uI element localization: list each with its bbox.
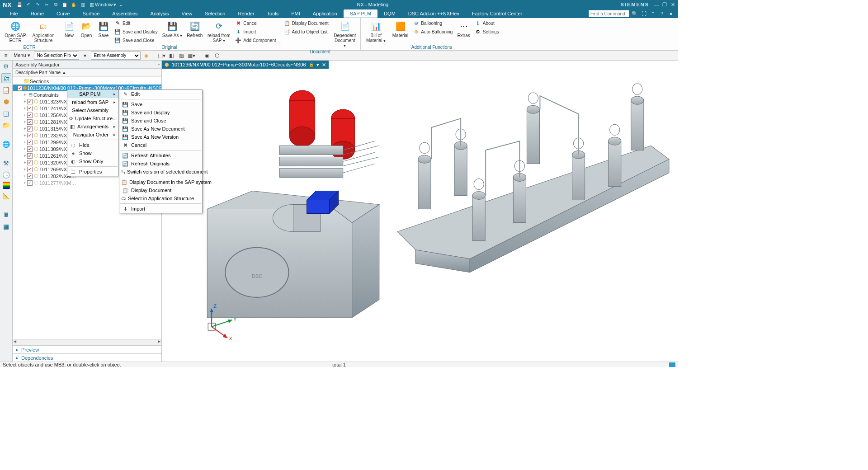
sel-tool-2-icon[interactable]: ⬚▾ bbox=[158, 52, 166, 60]
sel-tool-4-icon[interactable]: ▧ bbox=[178, 52, 186, 60]
edit-button[interactable]: ✎Edit bbox=[113, 19, 160, 27]
qat-copy-icon[interactable]: ⧉ bbox=[52, 1, 60, 8]
add-component-button[interactable]: ➕Add Component bbox=[233, 36, 278, 44]
sel-tool-3-icon[interactable]: ◧ bbox=[168, 52, 176, 60]
vt-color-icon[interactable] bbox=[3, 182, 10, 189]
menu-dqm[interactable]: DQM bbox=[377, 9, 402, 18]
menu-item[interactable]: ⇆Switch version of selected document bbox=[119, 168, 202, 176]
menu-item[interactable]: 📋Display Document bbox=[119, 186, 202, 194]
sel-tool-6-icon[interactable]: ◉ bbox=[203, 52, 211, 60]
material-button[interactable]: 🟧Material bbox=[391, 19, 410, 39]
search-icon[interactable]: 🔍 bbox=[631, 10, 638, 17]
ballooning-button[interactable]: ⊚Ballooning bbox=[411, 19, 454, 27]
menu-lines-icon[interactable]: ≡ bbox=[2, 52, 10, 60]
checkbox-icon[interactable]: ✔ bbox=[27, 160, 33, 165]
sel-tool-5-icon[interactable]: ▦▾ bbox=[188, 52, 196, 60]
display-doc-button[interactable]: 📋Display Document bbox=[282, 19, 330, 27]
save-display-button[interactable]: 💾Save and Display bbox=[113, 28, 160, 36]
vt-measure-icon[interactable]: 📐 bbox=[1, 191, 11, 201]
menu-item[interactable]: 🔄Refresh Attributes bbox=[119, 151, 202, 160]
close-icon[interactable]: ✕ bbox=[669, 1, 676, 8]
menu-item[interactable]: 🗂Select in Application Structure bbox=[119, 194, 202, 202]
bom-button[interactable]: 📊Bill of Material ▾ bbox=[363, 19, 390, 44]
about-button[interactable]: ℹAbout bbox=[473, 19, 501, 27]
assembly-filter-icon[interactable]: ▾ bbox=[81, 52, 89, 60]
open-button[interactable]: 📂Open bbox=[78, 19, 94, 39]
menu-assemblies[interactable]: Assemblies bbox=[106, 9, 144, 18]
save-button[interactable]: 💾Save bbox=[95, 19, 112, 39]
checkbox-icon[interactable]: ✔ bbox=[27, 146, 33, 152]
menu-analysis[interactable]: Analysis bbox=[144, 9, 175, 18]
checkbox-icon[interactable]: ✔ bbox=[27, 153, 33, 159]
menu-item[interactable]: reload from SAP bbox=[67, 98, 118, 106]
menu-selection[interactable]: Selection bbox=[198, 9, 231, 18]
menu-item[interactable]: ●Show bbox=[67, 149, 118, 157]
vt-gear-icon[interactable]: ⚙ bbox=[1, 61, 11, 71]
vt-calc-icon[interactable]: 🖩 bbox=[1, 210, 11, 220]
menu-item[interactable]: ◐Show Only bbox=[67, 157, 118, 165]
save-as-button[interactable]: 💾Save As ▾ bbox=[160, 19, 184, 39]
vt-cube-icon[interactable]: ◫ bbox=[1, 108, 11, 118]
menu-item[interactable]: ◌Hide bbox=[67, 141, 118, 149]
horizontal-scrollbar[interactable] bbox=[13, 339, 161, 345]
settings-button[interactable]: ⚙Settings bbox=[473, 28, 501, 36]
checkbox-icon[interactable]: ✔ bbox=[27, 106, 33, 111]
menu-item[interactable]: ⟳Update Structure... bbox=[67, 114, 118, 122]
menu-curve[interactable]: Curve bbox=[50, 9, 76, 18]
checkbox-icon[interactable]: ✔ bbox=[27, 140, 33, 145]
qat-save-icon[interactable]: 💾 bbox=[15, 1, 24, 8]
menu-item[interactable]: ✖Cancel bbox=[119, 141, 202, 149]
help-icon[interactable]: ? bbox=[658, 10, 665, 17]
menu-item[interactable]: 💾Save and Display bbox=[119, 108, 202, 117]
vt-grid-icon[interactable]: ▦ bbox=[1, 221, 11, 231]
extras-button[interactable]: ⋯Extras bbox=[455, 19, 472, 39]
checkbox-icon[interactable]: ✔ bbox=[27, 99, 33, 104]
refresh-button[interactable]: 🔄Refresh bbox=[185, 19, 204, 39]
new-button[interactable]: 📄New bbox=[61, 19, 77, 39]
help-chevron-icon[interactable]: ⌃ bbox=[649, 10, 656, 17]
minimize-icon[interactable]: — bbox=[653, 1, 660, 8]
menu-item[interactable]: SAP PLM bbox=[67, 90, 118, 98]
panel-options-icon[interactable]: ▫ bbox=[158, 62, 160, 67]
fullscreen-icon[interactable]: ⛶ bbox=[640, 10, 647, 17]
vt-constraint-icon[interactable]: ⬢ bbox=[1, 97, 11, 107]
checkbox-icon[interactable]: ✔ bbox=[27, 113, 33, 118]
open-sap-ectr-button[interactable]: 🌐Open SAP ECTR bbox=[2, 19, 29, 44]
sel-tool-7-icon[interactable]: ⬡ bbox=[213, 52, 221, 60]
tree-sections[interactable]: 📁Sections bbox=[13, 78, 161, 85]
navigator-column-header[interactable]: Descriptive Part Name ▲ bbox=[13, 69, 161, 77]
restore-icon[interactable]: ❐ bbox=[661, 1, 668, 8]
vt-machine-icon[interactable]: ⚒ bbox=[1, 158, 11, 168]
sel-tool-1-icon[interactable]: ◈ bbox=[142, 52, 151, 60]
dependent-doc-button[interactable]: 📄Dependent Document ▾ bbox=[331, 19, 359, 49]
vt-globe-icon[interactable]: 🌐 bbox=[1, 139, 11, 149]
cancel-button[interactable]: ✖Cancel bbox=[233, 19, 278, 27]
vt-folder-icon[interactable]: 📁 bbox=[1, 120, 11, 130]
selection-filter[interactable]: No Selection Filter bbox=[34, 52, 79, 60]
vt-assembly-nav-icon[interactable]: 🗂 bbox=[1, 73, 11, 83]
qat-cut-icon[interactable]: ✂ bbox=[42, 1, 51, 8]
menu-render[interactable]: Render bbox=[231, 9, 260, 18]
menu-item[interactable]: 🔄Refresh Originals bbox=[119, 160, 202, 168]
add-objlist-button[interactable]: 📑Add to Object List bbox=[282, 28, 330, 36]
menu-item[interactable]: 💾Save bbox=[119, 100, 202, 108]
dependencies-section[interactable]: ▸Dependencies bbox=[13, 353, 161, 362]
menu-tools[interactable]: Tools bbox=[261, 9, 285, 18]
menu-view[interactable]: View bbox=[175, 9, 199, 18]
menu-factory-cc[interactable]: Factory Control Center bbox=[466, 9, 528, 18]
menu-item[interactable]: 💾Save and Close bbox=[119, 117, 202, 125]
document-tab[interactable]: ⬢ 1011236/NXM/00 012~Pump~300Motor100~6C… bbox=[162, 61, 329, 69]
window-menu[interactable]: ▥Window▾⌄ bbox=[88, 2, 125, 8]
menu-item[interactable]: ◧Arrangements bbox=[67, 122, 118, 131]
model-viewport[interactable]: ⬢ 1011236/NXM/00 012~Pump~300Motor100~6C… bbox=[162, 61, 678, 362]
menu-file[interactable]: File bbox=[4, 9, 24, 18]
menu-item[interactable]: 💾Save As New Version bbox=[119, 133, 202, 141]
auto-balloon-button[interactable]: ⊚Auto Ballooning bbox=[411, 28, 454, 36]
app-structure-button[interactable]: 🗂Application Structure bbox=[30, 19, 57, 44]
qat-redo-icon[interactable]: ↷ bbox=[33, 1, 42, 8]
menu-item[interactable]: ⬇Import bbox=[119, 205, 202, 213]
close-tab-icon[interactable]: ✕ bbox=[322, 62, 326, 68]
menu-dropdown[interactable]: Menu ▾ bbox=[12, 52, 32, 58]
menu-sap-plm[interactable]: SAP PLM bbox=[344, 9, 378, 18]
vt-history-icon[interactable]: 🕓 bbox=[1, 170, 11, 180]
